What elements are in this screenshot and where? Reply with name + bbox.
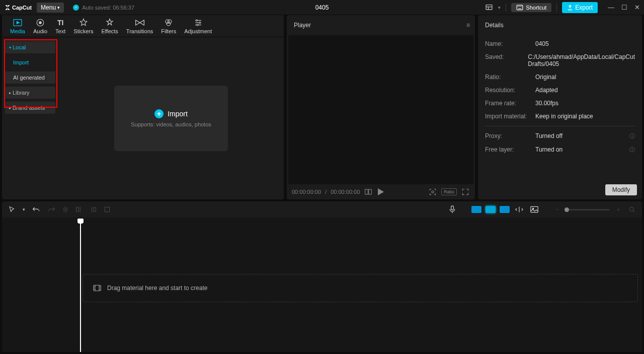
media-content: + Import Supports: videos, audios, photo… [58,37,284,199]
tab-effects[interactable]: Effects [97,15,122,37]
export-button[interactable]: Export [562,2,598,13]
check-icon: ✓ [73,5,79,11]
zoom-in-button[interactable]: ＋ [614,204,623,216]
detail-ratio-label: Ratio: [485,74,535,81]
scan-icon[interactable] [428,187,437,196]
svg-line-37 [633,210,634,212]
playhead[interactable] [80,220,81,352]
detail-name-label: Name: [485,40,535,47]
fullscreen-icon[interactable] [461,187,470,196]
player-controls: 00:00:00:00 / 00:00:00:00 Ratio [287,184,475,199]
time-total: 00:00:00:00 [331,189,360,195]
chevron-down-icon[interactable]: ▾ [498,5,501,10]
detail-resolution-value: Adapted [535,87,635,94]
svg-point-36 [629,207,633,211]
shortcut-button[interactable]: Shortcut [511,3,551,12]
stickers-icon [79,18,88,28]
tab-media[interactable]: Media [6,15,29,37]
timeline-panel: ▾ − ＋ Drag material here and start to cr… [2,201,642,352]
split-button[interactable] [61,204,70,215]
tab-adjustment[interactable]: Adjustment [180,15,216,37]
project-title: 0405 [315,4,329,11]
cursor-tool[interactable] [7,204,17,215]
player-header: Player ≡ [287,15,475,35]
zoom-slider[interactable] [565,209,610,210]
timeline-toolbar: ▾ − ＋ [2,201,642,218]
magnet-toggle[interactable] [486,206,496,213]
play-button[interactable] [377,187,385,196]
sidebar-item-ai[interactable]: AI generated [5,72,55,84]
svg-point-11 [39,22,42,24]
modify-button[interactable]: Modify [605,184,637,195]
details-header: Details [478,15,642,35]
svg-point-20 [197,24,198,26]
help-icon[interactable]: ⓘ [629,146,635,154]
svg-rect-0 [486,5,492,9]
svg-point-14 [167,22,171,26]
delete-right-button[interactable] [88,204,98,215]
sidebar-item-library[interactable]: ▸Library [5,87,55,99]
main-track-toggle[interactable] [471,206,481,213]
ratio-button[interactable]: Ratio [441,188,457,195]
effects-icon [105,18,114,28]
tab-stickers[interactable]: Stickers [69,15,97,37]
tab-transitions[interactable]: Transitions [122,15,157,37]
sidebar-item-brand[interactable]: ▸Brand assets [5,102,55,114]
undo-button[interactable] [31,204,42,215]
media-icon [13,18,23,28]
svg-point-35 [532,208,533,209]
svg-rect-38 [94,285,101,291]
delete-left-button[interactable] [74,204,84,215]
timeline-ruler[interactable] [2,218,642,227]
titlebar: CapCut Menu ▾ ✓ Auto saved: 06:56:37 040… [0,0,644,15]
detail-framerate-label: Frame rate: [485,100,535,107]
import-dropzone[interactable]: + Import Supports: videos, audios, photo… [114,86,228,151]
detail-import-label: Import material: [485,113,535,120]
cover-button[interactable] [529,204,540,215]
svg-point-13 [168,20,172,24]
text-icon: TI [57,18,63,28]
minimize-button[interactable]: — [608,4,614,11]
maximize-button[interactable]: ☐ [621,4,627,11]
detail-proxy-label: Proxy: [485,132,535,140]
zoom-fit-button[interactable] [627,204,637,215]
timeline-dropzone[interactable]: Drag material here and start to create [83,274,638,302]
hamburger-icon[interactable]: ≡ [466,22,470,29]
tab-filters[interactable]: Filters [157,15,180,37]
svg-rect-27 [76,207,79,211]
tab-audio[interactable]: Audio [29,15,51,37]
redo-button[interactable] [46,204,57,215]
tab-text[interactable]: TI Text [51,15,69,37]
media-sidebar: ▾Local Import AI generated ▸Library ▸Bra… [2,37,58,199]
sidebar-item-import[interactable]: Import [5,56,55,68]
link-toggle[interactable] [500,206,510,213]
autosave-status: ✓ Auto saved: 06:56:37 [73,5,134,11]
crop-button[interactable] [102,204,112,215]
detail-freelayer-value: Turned on [535,146,629,154]
time-current: 00:00:00:00 [292,189,321,195]
plus-icon: + [154,109,164,118]
zoom-out-button[interactable]: − [554,204,560,215]
menu-button[interactable]: Menu ▾ [37,3,64,13]
app-logo: CapCut [4,4,32,11]
timeline-body[interactable]: Drag material here and start to create [2,218,642,352]
transitions-icon [135,18,145,28]
svg-rect-34 [531,206,538,212]
sidebar-item-local[interactable]: ▾Local [5,41,55,53]
chevron-down-icon: ▾ [57,5,60,10]
detail-resolution-label: Resolution: [485,87,535,94]
adjustment-icon [194,18,203,28]
layout-icon[interactable] [485,4,493,12]
filters-icon [164,18,173,28]
player-viewport[interactable] [288,35,473,184]
details-panel: Details Name:0405 Saved:C:/Users/ahmad/A… [478,15,642,199]
cursor-dropdown[interactable]: ▾ [21,205,27,214]
compare-icon[interactable] [364,188,373,196]
track-gutter [2,218,58,352]
help-icon[interactable]: ⓘ [629,132,635,140]
mic-button[interactable] [447,204,457,215]
detail-import-value: Keep in original place [535,113,635,120]
close-button[interactable]: ✕ [634,4,640,11]
preview-axis-button[interactable] [514,204,525,215]
detail-saved-label: Saved: [485,53,528,67]
